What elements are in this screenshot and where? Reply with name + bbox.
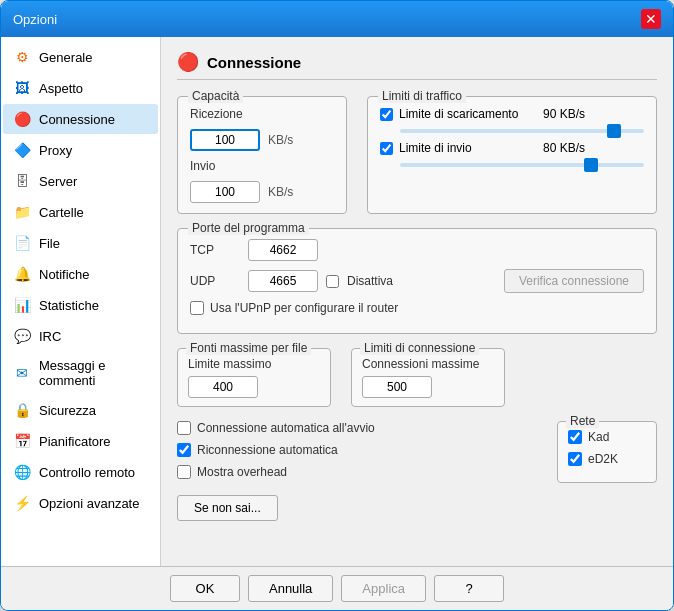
- sidebar-item-notifiche[interactable]: 🔔 Notifiche: [3, 259, 158, 289]
- server-icon: 🗄: [13, 172, 31, 190]
- proxy-icon: 🔷: [13, 141, 31, 159]
- conn-automatica-row: Connessione automatica all'avvio: [177, 421, 537, 435]
- sidebar-item-controllo[interactable]: 🌐 Controllo remoto: [3, 457, 158, 487]
- irc-icon: 💬: [13, 327, 31, 345]
- sidebar-label-controllo: Controllo remoto: [39, 465, 135, 480]
- aspetto-icon: 🖼: [13, 79, 31, 97]
- slider-invio[interactable]: [400, 163, 644, 167]
- close-button[interactable]: ✕: [641, 9, 661, 29]
- help-button[interactable]: ?: [434, 575, 504, 602]
- sidebar-label-proxy: Proxy: [39, 143, 72, 158]
- right-bottom: Rete Kad eD2K: [557, 421, 657, 521]
- generale-icon: ⚙: [13, 48, 31, 66]
- sidebar-label-server: Server: [39, 174, 77, 189]
- sidebar-label-notifiche: Notifiche: [39, 267, 90, 282]
- sidebar-label-irc: IRC: [39, 329, 61, 344]
- rete-label: Rete: [566, 414, 599, 428]
- connessione-icon: 🔴: [13, 110, 31, 128]
- limite-scaricamento-row: Limite di scaricamento 90 KB/s: [380, 107, 644, 121]
- annulla-button[interactable]: Annulla: [248, 575, 333, 602]
- sidebar-label-aspetto: Aspetto: [39, 81, 83, 96]
- notifiche-icon: 🔔: [13, 265, 31, 283]
- content-area: ⚙ Generale 🖼 Aspetto 🔴 Connessione 🔷 Pro…: [1, 37, 673, 566]
- ok-button[interactable]: OK: [170, 575, 240, 602]
- udp-input[interactable]: [248, 270, 318, 292]
- kad-checkbox[interactable]: [568, 430, 582, 444]
- title-bar: Opzioni ✕: [1, 1, 673, 37]
- footer: OK Annulla Applica ?: [1, 566, 673, 610]
- ed2k-label: eD2K: [588, 452, 618, 466]
- section-title: Connessione: [207, 54, 301, 71]
- avanzate-icon: ⚡: [13, 494, 31, 512]
- limite-massimo-input[interactable]: [188, 376, 258, 398]
- pianificatore-icon: 📅: [13, 432, 31, 450]
- capacita-group: Capacità Ricezione KB/s Invio KB/s: [177, 96, 347, 214]
- invio-input[interactable]: [190, 181, 260, 203]
- sidebar-label-messaggi: Messaggi e commenti: [39, 358, 148, 388]
- main-panel: 🔴 Connessione Capacità Ricezione KB/s: [161, 37, 673, 566]
- limite-scaricamento-label: Limite di scaricamento: [399, 107, 519, 121]
- sidebar-label-connessione: Connessione: [39, 112, 115, 127]
- sidebar-item-pianificatore[interactable]: 📅 Pianificatore: [3, 426, 158, 456]
- fonti-row: Fonti massime per file Limite massimo Li…: [177, 348, 657, 407]
- upnp-row: Usa l'UPnP per configurare il router: [190, 301, 644, 315]
- sidebar-item-cartelle[interactable]: 📁 Cartelle: [3, 197, 158, 227]
- porte-section: Porte del programma TCP UDP Disattiva Ve…: [177, 228, 657, 334]
- invio-unit: KB/s: [268, 185, 293, 199]
- limite-scaricamento-checkbox[interactable]: [380, 108, 393, 121]
- riconnessione-label: Riconnessione automatica: [197, 443, 338, 457]
- cartelle-icon: 📁: [13, 203, 31, 221]
- tcp-input[interactable]: [248, 239, 318, 261]
- sidebar-item-sicurezza[interactable]: 🔒 Sicurezza: [3, 395, 158, 425]
- sidebar-item-avanzate[interactable]: ⚡ Opzioni avanzate: [3, 488, 158, 518]
- upnp-label: Usa l'UPnP per configurare il router: [210, 301, 398, 315]
- mostra-overhead-row: Mostra overhead: [177, 465, 537, 479]
- limite-massimo-label: Limite massimo: [188, 357, 320, 371]
- kad-label: Kad: [588, 430, 609, 444]
- sidebar-item-file[interactable]: 📄 File: [3, 228, 158, 258]
- mostra-overhead-checkbox[interactable]: [177, 465, 191, 479]
- top-row: Capacità Ricezione KB/s Invio KB/s: [177, 96, 657, 214]
- ricezione-label: Ricezione: [190, 107, 243, 121]
- bottom-section: Connessione automatica all'avvio Riconne…: [177, 421, 657, 521]
- slider-scaricamento[interactable]: [400, 129, 644, 133]
- conn-automatica-checkbox[interactable]: [177, 421, 191, 435]
- mostra-overhead-label: Mostra overhead: [197, 465, 287, 479]
- ed2k-checkbox[interactable]: [568, 452, 582, 466]
- tcp-label: TCP: [190, 243, 240, 257]
- se-non-button[interactable]: Se non sai...: [177, 495, 278, 521]
- riconnessione-checkbox[interactable]: [177, 443, 191, 457]
- sidebar-item-statistiche[interactable]: 📊 Statistiche: [3, 290, 158, 320]
- sidebar-item-connessione[interactable]: 🔴 Connessione: [3, 104, 158, 134]
- sidebar-item-generale[interactable]: ⚙ Generale: [3, 42, 158, 72]
- section-header: 🔴 Connessione: [177, 51, 657, 80]
- sidebar-item-messaggi[interactable]: ✉ Messaggi e commenti: [3, 352, 158, 394]
- slider-invio-row: [380, 163, 644, 167]
- limiti-group: Limiti di traffico Limite di scaricament…: [367, 96, 657, 214]
- limite-invio-checkbox[interactable]: [380, 142, 393, 155]
- controllo-icon: 🌐: [13, 463, 31, 481]
- dialog-window: Opzioni ✕ ⚙ Generale 🖼 Aspetto 🔴 Conness…: [0, 0, 674, 611]
- ricezione-input[interactable]: [190, 129, 260, 151]
- sidebar-item-aspetto[interactable]: 🖼 Aspetto: [3, 73, 158, 103]
- file-icon: 📄: [13, 234, 31, 252]
- sidebar-item-irc[interactable]: 💬 IRC: [3, 321, 158, 351]
- sidebar-item-proxy[interactable]: 🔷 Proxy: [3, 135, 158, 165]
- upnp-checkbox[interactable]: [190, 301, 204, 315]
- rete-group: Rete Kad eD2K: [557, 421, 657, 483]
- limite-invio-label: Limite di invio: [399, 141, 519, 155]
- sidebar-item-server[interactable]: 🗄 Server: [3, 166, 158, 196]
- slider-scaricamento-row: [380, 129, 644, 133]
- disattiva-checkbox[interactable]: [326, 275, 339, 288]
- applica-button[interactable]: Applica: [341, 575, 426, 602]
- invio-label: Invio: [190, 159, 240, 173]
- messaggi-icon: ✉: [13, 364, 31, 382]
- fonti-label: Fonti massime per file: [186, 341, 311, 355]
- tcp-row: TCP: [190, 239, 644, 261]
- window-title: Opzioni: [13, 12, 57, 27]
- verifica-button[interactable]: Verifica connessione: [504, 269, 644, 293]
- connessioni-massime-input[interactable]: [362, 376, 432, 398]
- limiti-conn-group: Limiti di connessione Connessioni massim…: [351, 348, 505, 407]
- capacita-label: Capacità: [188, 89, 243, 103]
- udp-label: UDP: [190, 274, 240, 288]
